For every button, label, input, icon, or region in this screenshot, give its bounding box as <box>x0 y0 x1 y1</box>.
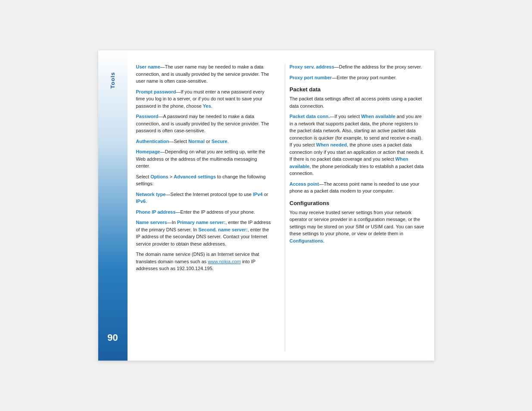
access-point-term: Access point <box>289 181 319 187</box>
configurations-heading: Configurations <box>289 200 426 206</box>
primary-name-server-term: Primary name server: <box>177 220 226 225</box>
password-para: Password—A password may be needed to mak… <box>136 113 272 134</box>
configurations-para: You may receive trusted server settings … <box>289 209 426 245</box>
phone-ip-para: Phone IP address—Enter the IP address of… <box>136 209 272 216</box>
phone-ip-term: Phone IP address <box>136 209 176 215</box>
left-column: User name—The user name may be needed to… <box>136 63 277 352</box>
yes-term: Yes <box>203 103 211 109</box>
name-servers-para: Name servers—In Primary name server:, en… <box>136 219 272 247</box>
access-point-para: Access point—The access point name is ne… <box>289 181 426 195</box>
advanced-settings-term: Advanced settings <box>174 174 216 179</box>
network-type-para: Network type—Select the Internet protoco… <box>136 191 272 205</box>
dns-info-para: The domain name service (DNS) is an Inte… <box>136 251 272 272</box>
packet-data-conn-term: Packet data conn. <box>289 114 330 119</box>
authentication-term: Authentication <box>136 139 169 144</box>
configurations-term: Configurations <box>289 238 323 243</box>
options-term: Options <box>150 174 168 179</box>
select-options-para: Select Options > Advanced settings to ch… <box>136 173 272 187</box>
packet-data-conn-para: Packet data conn.—If you select When ava… <box>289 113 426 177</box>
page-container: Tools 90 User name—The user name may be … <box>98 50 434 361</box>
proxy-port-term: Proxy port number <box>289 75 332 80</box>
when-needed-term: When needed <box>316 142 347 147</box>
proxy-port-para: Proxy port number—Enter the proxy port n… <box>289 74 426 81</box>
proxy-serv-para: Proxy serv. address—Define the address f… <box>289 63 426 71</box>
proxy-serv-term: Proxy serv. address <box>289 64 334 69</box>
nokia-link[interactable]: www.nokia.com <box>208 259 240 264</box>
sidebar-label: Tools <box>109 72 116 89</box>
ipv6-term: IPv6 <box>136 199 146 204</box>
homepage-para: Homepage—Depending on what you are setti… <box>136 148 272 170</box>
content-area: User name—The user name may be needed to… <box>128 50 434 361</box>
authentication-para: Authentication—Select Normal or Secure. <box>136 138 272 145</box>
name-servers-term: Name servers <box>136 220 167 225</box>
homepage-term: Homepage <box>136 149 160 154</box>
prompt-password-term: Prompt password <box>136 89 176 94</box>
ipv4-term: IPv4 <box>253 192 263 197</box>
second-name-server-term: Second. name server: <box>198 227 247 232</box>
packet-data-intro: The packet data settings affect all acce… <box>289 95 426 109</box>
user-name-term: User name <box>136 64 160 69</box>
user-name-para: User name—The user name may be needed to… <box>136 63 272 85</box>
packet-data-heading: Packet data <box>289 86 426 93</box>
page-number: 90 <box>107 332 118 343</box>
secure-term: Secure <box>212 139 227 144</box>
network-type-term: Network type <box>136 192 166 197</box>
normal-term: Normal <box>188 139 205 144</box>
prompt-password-para: Prompt password—If you must enter a new … <box>136 88 272 110</box>
password-term: Password <box>136 114 159 119</box>
when-available-term: When available <box>361 114 395 119</box>
right-column: Proxy serv. address—Define the address f… <box>285 63 426 352</box>
sidebar: Tools 90 <box>98 50 128 361</box>
